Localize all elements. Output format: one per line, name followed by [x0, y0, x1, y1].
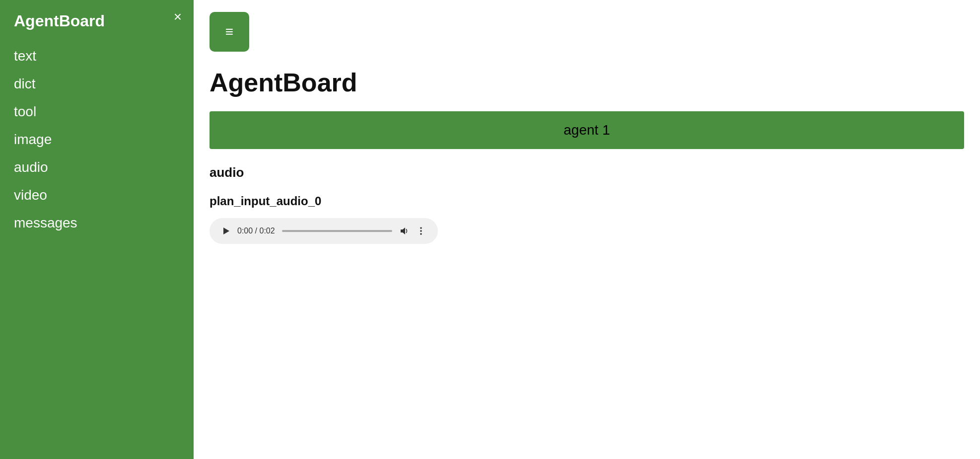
time-display: 0:00 / 0:02 [237, 227, 275, 235]
volume-icon [399, 226, 409, 236]
play-icon [221, 227, 230, 235]
svg-point-3 [420, 230, 422, 232]
sidebar-item-text[interactable]: text [14, 44, 180, 68]
more-options-button[interactable] [416, 226, 426, 236]
page-title: AgentBoard [210, 68, 964, 97]
svg-point-4 [420, 233, 422, 235]
svg-marker-1 [401, 228, 405, 234]
main-content: ≡ AgentBoard agent 1 audio plan_input_au… [194, 0, 980, 459]
audio-item: plan_input_audio_0 0:00 / 0:02 [210, 194, 964, 244]
progress-bar[interactable] [282, 230, 392, 232]
sidebar-item-image[interactable]: image [14, 128, 180, 152]
play-button[interactable] [221, 227, 230, 235]
sidebar-item-audio[interactable]: audio [14, 155, 180, 179]
svg-point-2 [420, 227, 422, 229]
sidebar-nav: text dict tool image audio video message… [14, 44, 180, 235]
sidebar-item-messages[interactable]: messages [14, 211, 180, 235]
sidebar-item-video[interactable]: video [14, 183, 180, 207]
audio-item-label: plan_input_audio_0 [210, 194, 964, 208]
section-label: audio [210, 165, 964, 180]
volume-button[interactable] [399, 226, 409, 236]
menu-button[interactable]: ≡ [210, 12, 249, 52]
sidebar-item-tool[interactable]: tool [14, 100, 180, 124]
sidebar: AgentBoard × text dict tool image audio … [0, 0, 194, 459]
close-button[interactable]: × [174, 10, 182, 24]
hamburger-icon: ≡ [225, 25, 233, 39]
svg-marker-0 [223, 228, 229, 234]
more-icon [416, 226, 426, 236]
agent-banner: agent 1 [210, 111, 964, 149]
sidebar-title: AgentBoard [14, 12, 180, 30]
sidebar-item-dict[interactable]: dict [14, 72, 180, 96]
audio-player: 0:00 / 0:02 [210, 218, 438, 244]
